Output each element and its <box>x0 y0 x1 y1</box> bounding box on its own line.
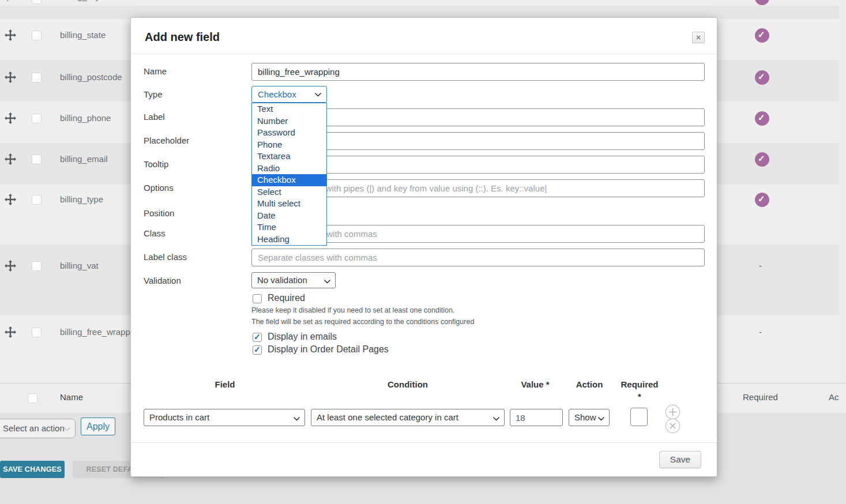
type-option-time[interactable]: Time <box>252 221 326 234</box>
table-row: billing_city <box>0 0 839 6</box>
field-name: billing_city <box>60 0 100 1</box>
page: billing_city billing_state billing_postc… <box>0 0 846 504</box>
row-checkbox[interactable] <box>32 328 42 337</box>
type-option-text[interactable]: Text <box>252 103 326 115</box>
conditions-required-star: * <box>616 392 663 401</box>
display-in-emails-label: Display in emails <box>268 332 337 342</box>
type-label: Type <box>144 89 163 99</box>
save-button[interactable]: Save <box>659 451 701 468</box>
not-required-dash: - <box>759 327 762 337</box>
type-option-password[interactable]: Password <box>252 127 326 139</box>
type-option-phone[interactable]: Phone <box>252 139 326 151</box>
row-checkbox[interactable] <box>32 0 42 4</box>
row-checkbox[interactable] <box>32 73 42 82</box>
label-label: Label <box>144 112 165 122</box>
conditions-condition-header: Condition <box>362 379 454 389</box>
bulk-action-select[interactable]: Select an action <box>0 419 76 438</box>
modal-title: Add new field <box>145 31 220 44</box>
validation-select[interactable]: No validation <box>251 272 336 288</box>
required-checkbox[interactable] <box>253 294 262 303</box>
required-check-icon <box>755 28 769 43</box>
row-checkbox[interactable] <box>32 261 42 271</box>
bulk-action-select-value: Select an action <box>3 423 65 433</box>
type-option-radio[interactable]: Radio <box>252 163 326 175</box>
chevron-down-icon <box>493 417 499 421</box>
footer-divider <box>131 442 717 443</box>
chevron-down-icon <box>324 280 330 284</box>
add-new-field-modal: Add new field ✕ Name Type Checkbox Text … <box>130 17 717 477</box>
save-changes-button[interactable]: SAVE CHANGES <box>0 461 65 478</box>
field-name: billing_postcode <box>60 72 122 82</box>
display-in-emails-checkbox[interactable] <box>253 333 262 342</box>
condition-action-select[interactable]: Show <box>569 409 610 426</box>
apply-button[interactable]: Apply <box>81 418 115 435</box>
name-label: Name <box>144 66 167 76</box>
condition-required-checkbox[interactable] <box>630 408 648 426</box>
drag-handle-icon[interactable] <box>5 194 17 206</box>
condition-value-input[interactable] <box>510 409 563 426</box>
conditions-value-header: Value * <box>506 379 564 389</box>
display-in-order-pages-checkbox[interactable] <box>253 345 262 355</box>
type-option-checkbox[interactable]: Checkbox <box>252 174 326 186</box>
drag-handle-icon[interactable] <box>5 112 17 125</box>
tooltip-label: Tooltip <box>144 159 168 169</box>
display-in-order-pages-label: Display in Order Detail Pages <box>268 344 389 355</box>
chevron-down-icon <box>64 427 70 431</box>
row-checkbox[interactable] <box>32 31 42 40</box>
type-option-number[interactable]: Number <box>252 115 326 127</box>
required-check-icon <box>755 70 769 85</box>
actions-column-header: Ac <box>829 392 839 402</box>
condition-condition-select[interactable]: At least one selected category in cart <box>311 409 505 426</box>
type-option-select[interactable]: Select <box>252 186 326 198</box>
validation-label: Validation <box>144 276 181 285</box>
required-check-icon <box>755 0 769 5</box>
conditions-required-header: Required <box>616 379 663 389</box>
close-button[interactable]: ✕ <box>692 32 705 43</box>
row-checkbox[interactable] <box>32 195 42 205</box>
validation-select-value: No validation <box>257 275 307 285</box>
field-name: billing_free_wrapping <box>60 327 142 337</box>
required-check-icon <box>755 152 769 167</box>
required-check-icon <box>755 111 769 126</box>
field-name: billing_email <box>60 154 108 164</box>
type-select[interactable]: Checkbox <box>251 86 327 103</box>
chevron-down-icon <box>598 417 604 421</box>
conditions-action-header: Action <box>566 379 612 389</box>
type-option-heading[interactable]: Heading <box>252 234 326 246</box>
required-check-icon <box>755 193 769 207</box>
drag-handle-icon[interactable] <box>5 153 17 166</box>
drag-handle-icon[interactable] <box>5 0 17 6</box>
label-class-input[interactable] <box>251 249 705 266</box>
type-option-date[interactable]: Date <box>252 210 326 222</box>
remove-condition-icon[interactable] <box>665 418 680 434</box>
drag-handle-icon[interactable] <box>5 29 17 42</box>
required-column-header: Required <box>743 392 778 402</box>
type-option-textarea[interactable]: Textarea <box>252 151 326 163</box>
row-checkbox[interactable] <box>32 155 42 164</box>
select-all-checkbox[interactable] <box>28 393 37 403</box>
type-select-value: Checkbox <box>258 89 296 99</box>
add-condition-icon[interactable] <box>665 404 680 420</box>
name-column-header: Name <box>60 392 83 402</box>
field-name: billing_state <box>60 30 106 40</box>
condition-condition-value: At least one selected category in cart <box>317 412 458 422</box>
type-option-multi-select[interactable]: Multi select <box>252 198 326 210</box>
name-input[interactable] <box>251 63 705 81</box>
field-name: billing_vat <box>60 261 99 270</box>
options-label: Options <box>144 183 174 193</box>
condition-field-select[interactable]: Products in cart <box>144 409 305 426</box>
header-divider <box>131 54 717 54</box>
required-help-1: Please keep it disabled if you need to s… <box>251 306 454 314</box>
drag-handle-icon[interactable] <box>5 260 17 273</box>
drag-handle-icon[interactable] <box>5 72 17 84</box>
chevron-down-icon <box>294 417 300 421</box>
conditions-field-header: Field <box>190 379 260 389</box>
condition-action-value: Show <box>574 412 596 422</box>
chevron-down-icon <box>315 93 321 97</box>
condition-field-value: Products in cart <box>149 412 209 422</box>
type-select-dropdown: Text Number Password Phone Textarea Radi… <box>251 103 327 246</box>
not-required-dash: - <box>759 261 762 270</box>
required-checkbox-label: Required <box>268 293 305 303</box>
row-checkbox[interactable] <box>32 114 42 123</box>
drag-handle-icon[interactable] <box>5 326 17 339</box>
